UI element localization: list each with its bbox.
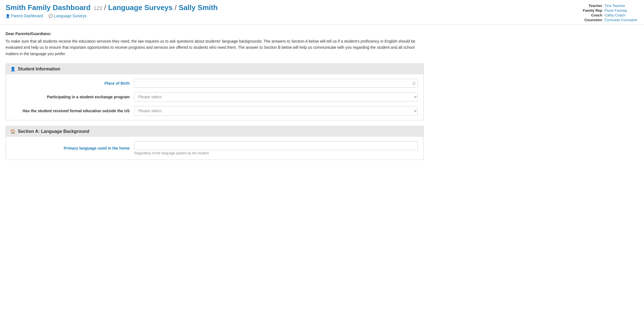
exchange-program-row: Participating in a student exchange prog… xyxy=(11,92,418,102)
formal-education-row: Has the student received formal educatio… xyxy=(11,106,418,116)
place-of-birth-input[interactable] xyxy=(134,79,418,88)
teacher-name[interactable]: Tina Teacher xyxy=(603,3,638,8)
staff-info: Teacher Tina Teacher Family Rep Fiona Fa… xyxy=(560,3,638,22)
parent-dashboard-icon: 👤 xyxy=(6,14,10,18)
teacher-role-label: Teacher xyxy=(582,3,603,8)
language-surveys-icon: 💬 xyxy=(49,14,53,18)
student-name-title: Sally Smith xyxy=(179,3,218,12)
formal-education-select[interactable]: Please select Yes No xyxy=(134,106,418,116)
parent-dashboard-link[interactable]: 👤 Parent Dashboard xyxy=(6,14,43,18)
teacher-row: Teacher Tina Teacher xyxy=(582,3,638,8)
place-of-birth-row: Place of Birth ☷ xyxy=(11,79,418,88)
main-content: Dear Parents/Guardians: To make sure tha… xyxy=(0,25,429,171)
student-info-icon: 👤 xyxy=(10,67,16,72)
counselor-name[interactable]: Consuela Counselor xyxy=(603,18,638,22)
student-info-body: Place of Birth ☷ Participating in a stud… xyxy=(6,74,423,120)
family-rep-row: Family Rep Fiona Famrep xyxy=(582,8,638,13)
page-title: Smith Family Dashboard 123 / Language Su… xyxy=(6,3,560,12)
student-information-section: 👤 Student Information Place of Birth ☷ P… xyxy=(6,64,424,120)
section-a-body: Primary language used in the home Regard… xyxy=(6,137,423,160)
section-a: 🏠 Section A: Language Background Primary… xyxy=(6,126,424,160)
section-a-title: Section A: Language Background xyxy=(18,129,89,134)
badge-number: 123 xyxy=(94,6,102,11)
section-a-icon: 🏠 xyxy=(10,129,16,134)
intro-greeting: Dear Parents/Guardians: xyxy=(6,31,424,36)
primary-language-input[interactable] xyxy=(134,141,418,150)
primary-language-row: Primary language used in the home Regard… xyxy=(11,141,418,155)
separator-1: / xyxy=(104,3,108,12)
primary-language-wrap: Regardless of the language spoken by the… xyxy=(134,141,418,155)
intro-section: Dear Parents/Guardians: To make sure tha… xyxy=(6,31,424,57)
exchange-program-wrap: Please select Yes No xyxy=(134,92,418,102)
language-surveys-link[interactable]: 💬 Language Surveys xyxy=(49,14,87,18)
family-rep-name[interactable]: Fiona Famrep xyxy=(603,8,638,13)
counselor-role-label: Counselor xyxy=(582,18,603,22)
coach-role-label: Coach xyxy=(582,13,603,18)
coach-name[interactable]: Cathy Coach xyxy=(603,13,638,18)
breadcrumb-nav: 👤 Parent Dashboard 💬 Language Surveys xyxy=(6,14,560,18)
formal-education-wrap: Please select Yes No xyxy=(134,106,418,116)
exchange-program-label: Participating in a student exchange prog… xyxy=(11,94,134,99)
family-dashboard-title: Smith Family Dashboard xyxy=(6,3,91,12)
place-of-birth-label: Place of Birth xyxy=(11,81,134,86)
header-left: Smith Family Dashboard 123 / Language Su… xyxy=(6,3,560,18)
formal-education-label: Has the student received formal educatio… xyxy=(11,108,134,113)
primary-language-label: Primary language used in the home xyxy=(11,146,134,151)
page-header: Smith Family Dashboard 123 / Language Su… xyxy=(0,0,644,25)
section-a-header: 🏠 Section A: Language Background xyxy=(6,126,423,137)
student-info-header: 👤 Student Information xyxy=(6,64,423,74)
exchange-program-select[interactable]: Please select Yes No xyxy=(134,92,418,102)
staff-table: Teacher Tina Teacher Family Rep Fiona Fa… xyxy=(582,3,638,22)
place-of-birth-wrap: ☷ xyxy=(134,79,418,88)
intro-text: To make sure that all students receive t… xyxy=(6,38,424,57)
coach-row: Coach Cathy Coach xyxy=(582,13,638,18)
family-rep-role-label: Family Rep xyxy=(582,8,603,13)
parent-dashboard-label: Parent Dashboard xyxy=(11,14,43,18)
primary-language-hint: Regardless of the language spoken by the… xyxy=(134,151,418,155)
language-surveys-label: Language Surveys xyxy=(54,14,87,18)
separator-2: / xyxy=(175,3,178,12)
student-info-title: Student Information xyxy=(18,67,60,72)
counselor-row: Counselor Consuela Counselor xyxy=(582,18,638,22)
language-surveys-title: Language Surveys xyxy=(108,3,173,12)
